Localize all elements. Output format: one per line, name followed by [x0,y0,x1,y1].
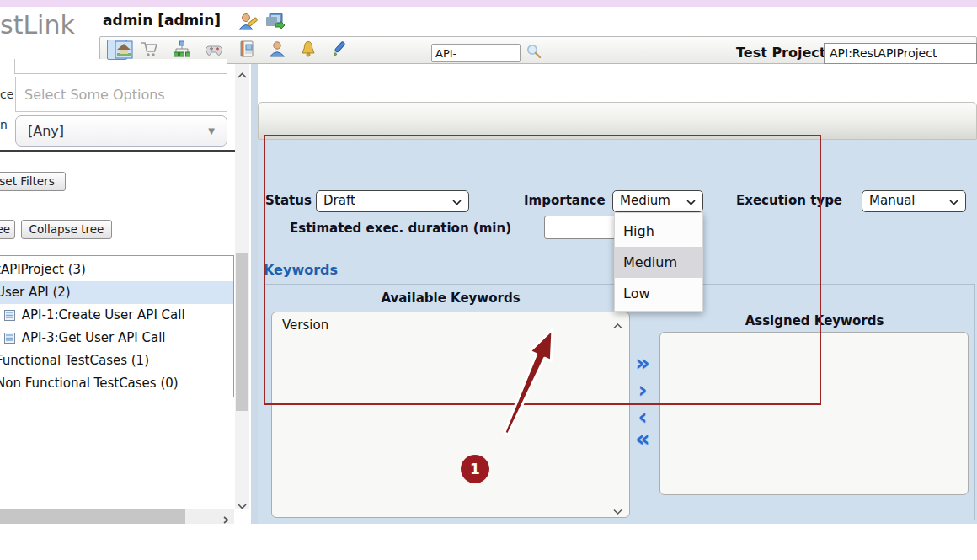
scroll-up-icon[interactable] [237,67,248,83]
tree-item-label: Functional TestCases (1) [0,353,149,368]
sitemap-icon[interactable] [173,40,193,60]
project-label: Test Project [736,45,825,61]
keyword-multiselect-input[interactable] [15,77,227,112]
logged-user-label: admin [admin] [103,12,221,29]
user-icon[interactable] [268,40,288,60]
frame-divider[interactable] [251,64,258,524]
search-icon[interactable] [526,43,542,63]
tree-item[interactable]: API-1:Create User API Call [0,304,233,327]
gamepad-icon[interactable] [205,40,225,60]
bell-icon[interactable] [299,40,319,60]
tree-item[interactable]: User API (2) [0,281,233,304]
search-input[interactable] [431,44,521,62]
testcase-icon [4,306,15,328]
execution-type-select-value: Manual [869,193,916,208]
filter-label-fragment: ce [0,88,13,101]
importance-option[interactable]: Low [615,278,702,309]
notebook-icon[interactable] [238,40,258,60]
tree-item-label: tAPIProject (3) [0,262,86,277]
any-select-value: [Any] [28,123,64,139]
tree-item[interactable]: Non Functional TestCases (0) [0,372,233,395]
testlink-app: stLink admin [admin] [0,0,977,560]
execution-type-select[interactable]: Manual [862,190,966,212]
home-icon[interactable] [107,40,127,60]
vertical-scroll-thumb[interactable] [236,253,248,411]
test-spec-tree: tAPIProject (3) User API (2) API-1:Creat… [0,255,234,397]
listbox-scroll-down-icon[interactable] [612,503,623,519]
tree-item-label: User API (2) [0,285,71,300]
tree-item-label: API-3:Get User API Call [22,330,166,345]
logout-icon[interactable] [264,10,286,35]
filter-input-partial[interactable] [14,59,227,74]
filter-label-fragment-2: n [0,118,8,131]
annotation-badge: 1 [461,455,489,483]
importance-option[interactable]: Medium [615,247,702,278]
app-logo: stLink [0,10,75,40]
cart-icon[interactable] [140,40,160,60]
tree-item-label: API-1:Create User API Call [22,307,185,323]
tree-item[interactable]: API-3:Get User API Call [0,327,233,349]
move-all-left-icon[interactable]: « [632,428,654,451]
annotation-rectangle [264,135,821,405]
top-accent-strip [0,0,977,7]
any-filter-select[interactable]: [Any] ▼ [15,115,227,147]
scroll-right-icon[interactable] [222,512,230,528]
chevron-down-icon: ▼ [208,127,215,136]
importance-dropdown: High Medium Low [614,212,703,312]
importance-option-label: High [623,223,654,239]
importance-option[interactable]: High [615,216,702,247]
testcase-icon [4,328,15,351]
expand-tree-button[interactable]: ree [0,220,15,239]
my-settings-icon[interactable] [237,10,259,35]
importance-option-label: Low [623,285,650,301]
scroll-down-icon[interactable] [237,498,248,514]
horizontal-scroll-thumb[interactable] [0,509,185,524]
tree-item-label: Non Functional TestCases (0) [0,376,179,391]
tree-item[interactable]: Functional TestCases (1) [0,349,233,372]
reset-filters-button[interactable]: set Filters [0,172,66,191]
project-select[interactable]: API:RestAPIProject [824,43,977,64]
importance-option-label: Medium [623,254,677,270]
divider-line [0,195,239,195]
sidebar-divider [0,150,239,152]
collapse-tree-button[interactable]: Collapse tree [21,220,112,239]
pen-icon[interactable] [330,40,350,60]
tree-item[interactable]: tAPIProject (3) [0,259,233,281]
divider-line [0,205,239,205]
